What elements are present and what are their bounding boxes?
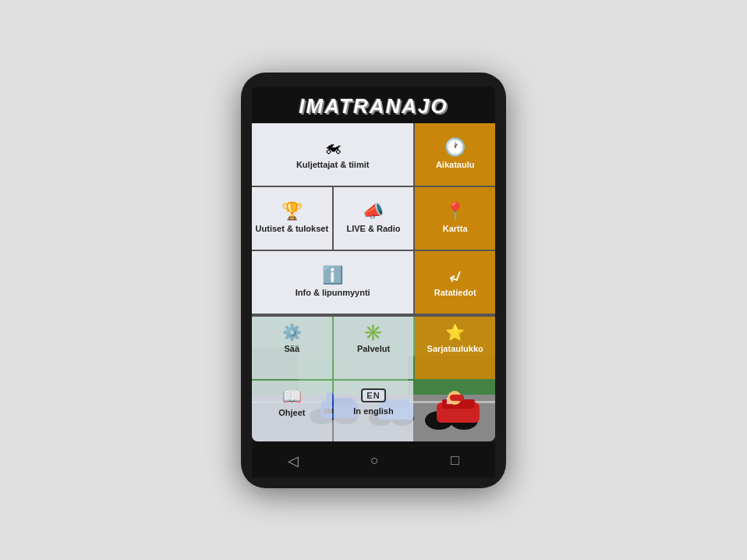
phone-nav-bar: ◁ ○ □ — [252, 441, 495, 477]
info-label: Info & lipunmyynti — [296, 288, 370, 298]
info-icon: ℹ️ — [322, 267, 343, 284]
kuljettajat-label: Kuljettajat & tiimit — [296, 160, 370, 170]
saa-label: Sää — [285, 344, 300, 354]
palvelut-label: Palvelut — [357, 344, 390, 354]
photo-section: ⚙️ Sää ✳️ Palvelut ⭐ Sarjataulukko 📖 Ohj… — [252, 317, 495, 441]
en-badge-icon: EN — [361, 388, 385, 402]
services-icon: ✳️ — [363, 324, 383, 340]
menu-item-sarjataulukko[interactable]: ⭐ Sarjataulukko — [415, 317, 495, 379]
trophy-icon: 🏆 — [281, 203, 303, 220]
motorcycle-icon: 🏍 — [324, 139, 342, 156]
sarjataulukko-label: Sarjataulukko — [427, 344, 483, 354]
star-icon: ⭐ — [445, 324, 465, 340]
kartta-label: Kartta — [443, 224, 468, 234]
menu-item-ratatiedot[interactable]: ↱ Ratatiedot — [415, 251, 495, 314]
megaphone-icon: 📣 — [363, 203, 384, 220]
clock-icon: 🕐 — [444, 139, 466, 156]
live-label: LIVE & Radio — [346, 224, 400, 234]
main-grid: 🏍 Kuljettajat & tiimit 🕐 Aikataulu 🏆 Uut… — [252, 123, 495, 317]
app-header: IMATRANAJO — [252, 87, 495, 123]
book-icon: 📖 — [282, 388, 302, 404]
menu-item-kuljettajat[interactable]: 🏍 Kuljettajat & tiimit — [252, 123, 413, 186]
menu-item-kartta[interactable]: 📍 Kartta — [415, 187, 495, 250]
uutiset-label: Uutiset & tulokset — [256, 224, 329, 234]
aikataulu-label: Aikataulu — [436, 160, 475, 170]
menu-item-info[interactable]: ℹ️ Info & lipunmyynti — [252, 251, 413, 314]
menu-item-palvelut[interactable]: ✳️ Palvelut — [334, 317, 414, 379]
menu-item-aikataulu[interactable]: 🕐 Aikataulu — [415, 123, 495, 186]
nav-back-button[interactable]: ◁ — [274, 449, 313, 473]
photo-overlay-grid: ⚙️ Sää ✳️ Palvelut ⭐ Sarjataulukko 📖 Ohj… — [252, 317, 495, 441]
menu-item-english[interactable]: EN In english — [334, 381, 414, 441]
photo-empty-cell — [415, 381, 495, 441]
phone-frame: IMATRANAJO 🏍 Kuljettajat & tiimit 🕐 Aika… — [241, 73, 506, 488]
track-icon: ↱ — [445, 265, 464, 286]
menu-item-ohjeet[interactable]: 📖 Ohjeet — [252, 381, 332, 441]
phone-screen: IMATRANAJO 🏍 Kuljettajat & tiimit 🕐 Aika… — [252, 87, 495, 441]
english-label: In english — [353, 406, 393, 416]
app-title: IMATRANAJO — [252, 94, 495, 119]
weather-icon: ⚙️ — [282, 324, 302, 340]
menu-item-saa[interactable]: ⚙️ Sää — [252, 317, 332, 379]
location-icon: 📍 — [444, 203, 466, 220]
nav-recent-button[interactable]: □ — [437, 449, 473, 472]
ratatiedot-label: Ratatiedot — [434, 288, 476, 298]
nav-home-button[interactable]: ○ — [356, 449, 393, 472]
menu-item-uutiset[interactable]: 🏆 Uutiset & tulokset — [252, 187, 332, 250]
ohjeet-label: Ohjeet — [278, 408, 305, 418]
menu-item-live[interactable]: 📣 LIVE & Radio — [334, 187, 414, 250]
